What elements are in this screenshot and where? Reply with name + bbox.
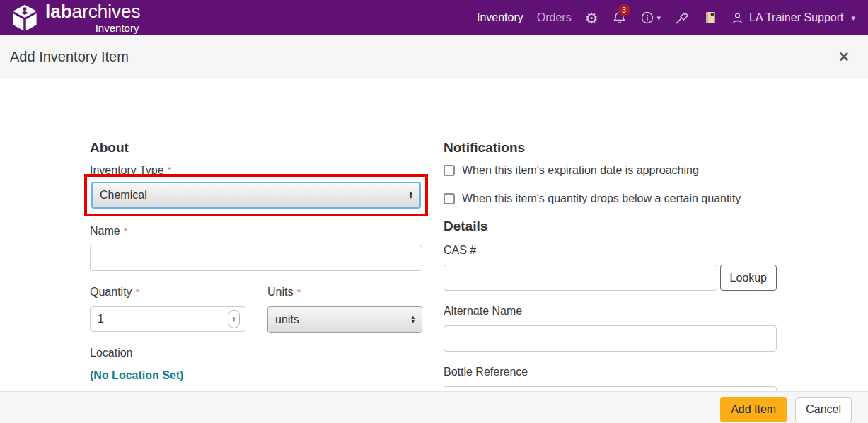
expiration-notification-option[interactable]: When this item's expiration date is appr… <box>444 164 777 177</box>
chevron-down-icon: ▾ <box>851 13 855 23</box>
alternate-name-label: Alternate Name <box>444 305 777 318</box>
notebook-icon[interactable] <box>703 10 717 25</box>
details-column: Notifications When this item's expiratio… <box>444 79 777 391</box>
notifications-bell-icon[interactable]: 3 <box>612 11 627 25</box>
bottle-reference-input[interactable] <box>444 386 777 391</box>
cas-label: CAS # <box>444 244 777 257</box>
close-icon[interactable]: ✕ <box>838 49 850 65</box>
select-arrows-icon: ▴▾ <box>409 191 412 199</box>
name-label: Name <box>90 225 120 237</box>
brand-wordmark: labarchives <box>45 2 140 21</box>
labarchives-logo-icon <box>10 3 40 33</box>
user-person-icon <box>731 11 744 25</box>
expiration-checkbox-label: When this item's expiration date is appr… <box>462 164 699 177</box>
quantity-label: Quantity <box>90 286 132 298</box>
info-icon <box>640 11 654 25</box>
no-location-set-link[interactable]: (No Location Set) <box>90 369 422 382</box>
required-asterisk: * <box>136 286 140 298</box>
quantity-stepper[interactable]: ▴▾ <box>228 310 240 328</box>
user-name-label: LA Trainer Support <box>749 11 843 24</box>
about-column: About Inventory Type* Chemical ▴▾ Name* … <box>90 79 422 391</box>
notification-count-badge: 3 <box>618 4 630 16</box>
brand-subtitle: Inventory <box>45 23 140 33</box>
quantity-input[interactable] <box>90 306 245 332</box>
add-item-button[interactable]: Add Item <box>720 397 787 422</box>
cas-input[interactable] <box>444 265 717 291</box>
red-highlight-annotation: Chemical ▴▾ <box>84 174 428 216</box>
select-arrows-icon: ▴▾ <box>411 315 415 323</box>
brand-lab: lab <box>45 1 72 22</box>
required-asterisk: * <box>296 286 301 298</box>
alternate-name-input[interactable] <box>444 325 777 352</box>
inventory-type-value: Chemical <box>100 189 147 202</box>
quantity-label-row: Quantity* <box>90 286 245 299</box>
cancel-button[interactable]: Cancel <box>795 397 852 422</box>
about-heading: About <box>90 140 422 156</box>
settings-gear-icon[interactable]: ⚙ <box>585 11 598 25</box>
brand-text: labarchives Inventory <box>45 2 140 33</box>
page-title: Add Inventory Item <box>10 49 129 65</box>
name-input[interactable] <box>90 245 422 271</box>
nav-link-inventory[interactable]: Inventory <box>477 11 523 24</box>
modal-header: Add Inventory Item ✕ <box>0 35 868 79</box>
cas-field-row: Lookup <box>444 265 777 291</box>
info-menu[interactable]: ▾ <box>640 11 661 25</box>
units-value: units <box>275 313 299 326</box>
labarchives-brand[interactable]: labarchives Inventory <box>10 2 140 33</box>
user-account-menu[interactable]: LA Trainer Support ▾ <box>731 11 855 25</box>
details-heading: Details <box>444 219 777 234</box>
top-navbar: labarchives Inventory Inventory Orders ⚙… <box>0 0 868 35</box>
nav-link-orders[interactable]: Orders <box>537 11 572 24</box>
bottle-reference-label: Bottle Reference <box>444 366 777 378</box>
add-inventory-form: About Inventory Type* Chemical ▴▾ Name* … <box>0 79 868 391</box>
required-asterisk: * <box>124 225 128 237</box>
expiration-checkbox[interactable] <box>444 165 455 176</box>
brand-archives: archives <box>72 1 141 22</box>
navbar-right: Inventory Orders ⚙ 3 ▾ <box>477 10 855 25</box>
tools-hammer-icon[interactable] <box>674 10 690 25</box>
modal-footer: Add Item Cancel <box>0 391 868 423</box>
units-label: Units <box>267 286 293 298</box>
quantity-field: ▴▾ <box>90 306 245 332</box>
name-label-row: Name* <box>90 225 422 238</box>
inventory-type-select[interactable]: Chemical ▴▾ <box>91 182 421 209</box>
chevron-down-icon: ▾ <box>657 13 661 23</box>
units-select[interactable]: units ▴▾ <box>267 306 422 333</box>
notifications-heading: Notifications <box>444 140 777 156</box>
location-label: Location <box>90 347 422 359</box>
lookup-button[interactable]: Lookup <box>720 265 777 291</box>
quantity-drop-notification-option[interactable]: When this item's quantity drops below a … <box>444 192 777 205</box>
quantity-drop-checkbox[interactable] <box>444 193 455 204</box>
units-label-row: Units* <box>267 286 422 299</box>
quantity-drop-checkbox-label: When this item's quantity drops below a … <box>462 192 741 205</box>
